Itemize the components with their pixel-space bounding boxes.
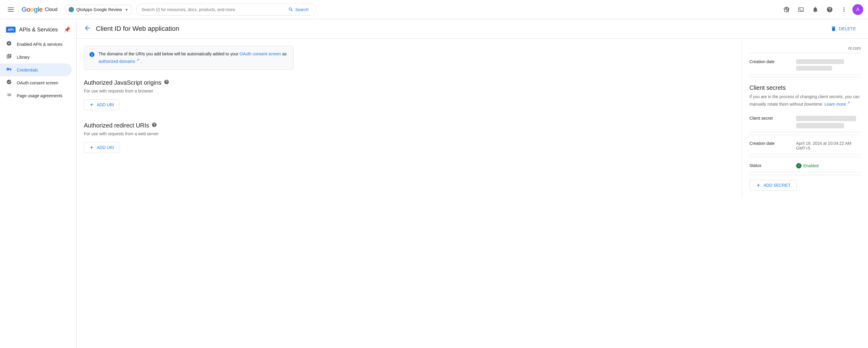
learn-more-link[interactable]: Learn more [825,102,846,107]
redirect-uris-help-icon[interactable] [152,122,157,129]
creation-date-2-label: Creation date [749,141,791,146]
sidebar-item-label-page-usage: Page usage agreements [17,93,63,98]
status-label: Status [749,163,791,168]
bell-icon [812,6,818,13]
status-enabled: Enabled [796,163,861,169]
redirect-uris-section: Authorized redirect URIs For use with re… [84,122,735,153]
creation-date-2-row: Creation date April 19, 2024 at 10:04:22… [749,137,861,154]
creation-date-label: Creation date [749,59,791,64]
redirect-uris-subtitle: For use with requests from a web server [84,131,735,136]
library-icon [6,54,12,61]
page-header: Client ID for Web application DELETE [77,19,868,39]
status-value: Enabled [796,163,861,169]
plus-icon-js [89,102,94,107]
status-row: Status Enabled [749,160,861,172]
oauth-icon [6,79,12,86]
divider-2 [749,77,861,77]
sidebar-item-label-enabled-apis: Enabled APIs & services [17,42,63,47]
info-text-middle: as [282,51,287,56]
search-label: Search [295,7,309,12]
console-icon [798,6,804,13]
more-icon [841,6,847,13]
add-secret-label: ADD SECRET [764,183,790,187]
client-secret-blurred-1 [796,116,856,121]
back-icon [84,25,91,32]
client-secret-row: Client secret [749,112,861,132]
info-box: The domains of the URIs you add below wi… [84,46,293,70]
sidebar-item-page-usage[interactable]: Page usage agreements [0,89,71,102]
client-secrets-desc: If you are in the process of changing cl… [749,94,861,107]
client-secret-blurred-2 [796,123,844,128]
js-origins-section: Authorized JavaScript origins For use wi… [84,79,735,110]
sidebar-item-oauth-consent[interactable]: OAuth consent screen [0,76,71,89]
creation-date-2-value: April 19, 2024 at 10:04:22 AM GMT+5 [796,141,861,150]
gift-icon-btn[interactable] [780,4,793,15]
help-icon-btn[interactable] [824,4,836,15]
divider-5 [749,175,861,175]
cloud-label: Cloud [45,7,58,12]
search-icon [288,7,293,12]
sidebar-item-credentials[interactable]: Credentials [0,63,71,76]
credentials-icon [6,66,12,73]
sidebar-item-label-library: Library [17,55,30,60]
js-origins-add-uri-label: ADD URI [97,102,114,107]
navbar-actions: A [780,4,863,15]
project-dot-icon [69,7,74,12]
sidebar-item-label-oauth: OAuth consent screen [17,80,58,85]
delete-button[interactable]: DELETE [826,24,861,34]
info-text-after: . [141,59,142,64]
creation-date-row: Creation date [749,56,861,74]
sidebar-title: APIs & Services [19,27,58,33]
client-secret-value [796,116,861,128]
help-icon [826,6,833,13]
search-input[interactable] [142,7,286,12]
external-link-icon: ↗ [136,58,139,62]
content-area: The domains of the URIs you add below wi… [77,39,868,198]
pin-icon: 📌 [64,26,70,33]
status-enabled-icon [796,163,802,169]
redirect-uris-add-uri-label: ADD URI [97,145,114,150]
authorized-domains-link[interactable]: authorized domains [98,59,135,64]
domain-partial: nt.com [749,46,861,50]
svg-rect-1 [8,9,14,10]
notifications-icon-btn[interactable] [809,4,821,15]
project-name: QloApps Google Review [76,7,122,12]
google-cloud-logo: Google Cloud [22,6,58,13]
enabled-apis-icon [6,41,12,47]
creation-date-blurred-2 [796,66,832,71]
divider-3 [749,135,861,135]
menu-icon[interactable] [5,4,17,15]
left-panel: The domains of the URIs you add below wi… [77,39,742,198]
console-icon-btn[interactable] [795,4,807,15]
divider-4 [749,157,861,157]
client-secrets-title: Client secrets [749,84,861,91]
creation-date-blurred-1 [796,59,844,64]
add-secret-button[interactable]: ADD SECRET [749,180,797,190]
app-layout: API APIs & Services 📌 Enabled APIs & ser… [0,19,868,348]
status-enabled-text: Enabled [803,163,818,168]
navbar: Google Cloud QloApps Google Review ▾ Sea… [0,0,868,19]
js-origins-help-icon[interactable] [164,79,169,86]
redirect-uris-title-text: Authorized redirect URIs [84,122,149,129]
delete-label: DELETE [839,26,856,31]
project-selector[interactable]: QloApps Google Review ▾ [65,5,132,14]
svg-rect-0 [8,7,14,8]
sidebar-item-enabled-apis[interactable]: Enabled APIs & services [0,38,71,50]
search-button[interactable]: Search [286,7,311,12]
page-title: Client ID for Web application [96,25,179,33]
back-button[interactable] [84,25,91,33]
js-origins-add-uri-button[interactable]: ADD URI [84,99,119,110]
plus-icon-secret [756,182,761,188]
sidebar-header: API APIs & Services 📌 [0,23,76,38]
oauth-consent-link[interactable]: OAuth consent screen [240,51,281,56]
avatar[interactable]: A [852,4,863,15]
search-bar: Search [136,4,316,15]
redirect-uris-add-uri-button[interactable]: ADD URI [84,142,119,153]
sidebar-item-label-credentials: Credentials [17,68,38,72]
sidebar: API APIs & Services 📌 Enabled APIs & ser… [0,19,77,348]
api-badge: API [6,27,16,33]
sidebar-item-library[interactable]: Library [0,50,71,63]
creation-date-value [796,59,861,71]
more-options-btn[interactable] [838,4,850,15]
gift-icon [783,6,790,13]
